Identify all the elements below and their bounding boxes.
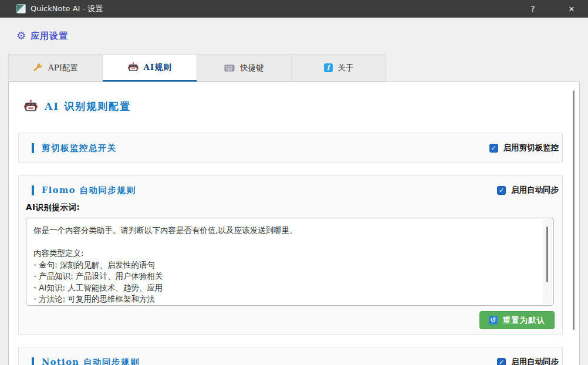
checkbox-label: 启用剪切板监控 <box>503 143 559 153</box>
reset-to-default-button[interactable]: ↺ 重置为默认 <box>479 311 555 329</box>
tab-shortcuts[interactable]: 快捷键 <box>197 54 292 82</box>
reset-icon: ↺ <box>489 316 498 325</box>
panel-title: AI 识别规则配置 <box>45 100 131 113</box>
settings-window: QuickNote AI - 设置 ? ✕ ⚙ 应用设置 API配置 <box>0 0 588 365</box>
close-button[interactable]: ✕ <box>555 0 588 18</box>
section-title-row: Flomo 自动同步规则 <box>32 185 136 196</box>
clipboard-monitor-toggle[interactable]: ✓ 启用剪切板监控 <box>489 143 559 153</box>
accent-bar <box>32 185 34 195</box>
robot-icon <box>128 62 138 73</box>
info-icon: i <box>324 63 333 72</box>
help-button[interactable]: ? <box>520 0 546 18</box>
checkbox-label: 启用自动同步 <box>511 357 559 365</box>
accent-bar <box>32 357 34 365</box>
tab-label: AI规则 <box>144 62 172 73</box>
section-title: Flomo 自动同步规则 <box>42 185 136 196</box>
keyboard-icon <box>224 64 235 72</box>
section-notion-sync: Notion 自动同步规则 ✓ 启用自动同步 <box>18 347 563 365</box>
checkbox-checked-icon[interactable]: ✓ <box>497 358 506 365</box>
tab-label: 快捷键 <box>240 63 264 73</box>
tab-label: API配置 <box>48 63 78 73</box>
textarea-scrollbar-thumb[interactable] <box>546 227 548 282</box>
section-title-row: 剪切板监控总开关 <box>32 143 117 154</box>
prompt-textarea-wrap: 你是一个内容分类助手。请判断以下内容是否有价值,以及应该发送到哪里。 内容类型定… <box>26 218 554 306</box>
section-flomo-sync: Flomo 自动同步规则 ✓ 启用自动同步 AI识别提示词: 你是一个内容分类助… <box>18 175 563 335</box>
panel-title-row: AI 识别规则配置 <box>24 99 131 114</box>
accent-bar <box>32 143 34 153</box>
checkbox-checked-icon[interactable]: ✓ <box>489 144 498 153</box>
tab-bar: API配置 AI规则 <box>8 54 386 82</box>
tab-about[interactable]: i 关于 <box>292 54 386 82</box>
panel-scrollbar-thumb[interactable] <box>573 90 575 330</box>
checkbox-checked-icon[interactable]: ✓ <box>497 186 506 195</box>
section-title: 剪切板监控总开关 <box>42 143 117 154</box>
page-title: 应用设置 <box>31 31 68 42</box>
reset-button-label: 重置为默认 <box>503 315 546 326</box>
robot-icon <box>24 100 38 113</box>
wrench-icon <box>33 63 43 73</box>
panel-scrollbar[interactable] <box>570 83 576 365</box>
tab-ai-rules[interactable]: AI规则 <box>103 54 197 82</box>
window-title: QuickNote AI - 设置 <box>31 0 103 18</box>
title-bar: QuickNote AI - 设置 ? ✕ <box>0 0 588 18</box>
ai-rules-panel: AI 识别规则配置 剪切板监控总开关 ✓ 启用剪切板监控 Flomo 自动同步规… <box>8 82 580 365</box>
gear-icon: ⚙ <box>16 31 26 41</box>
app-icon <box>16 4 26 13</box>
textarea-scrollbar[interactable] <box>543 219 552 304</box>
prompt-label: AI识别提示词: <box>26 202 80 213</box>
ai-prompt-textarea[interactable]: 你是一个内容分类助手。请判断以下内容是否有价值,以及应该发送到哪里。 内容类型定… <box>26 218 553 305</box>
section-title: Notion 自动同步规则 <box>42 357 140 365</box>
settings-header: ⚙ 应用设置 <box>16 28 68 43</box>
tab-api-config[interactable]: API配置 <box>8 54 103 82</box>
tab-label: 关于 <box>338 63 354 73</box>
section-clipboard-monitor: 剪切板监控总开关 ✓ 启用剪切板监控 <box>18 133 563 163</box>
notion-sync-toggle[interactable]: ✓ 启用自动同步 <box>497 357 559 365</box>
section-title-row: Notion 自动同步规则 <box>32 357 140 365</box>
flomo-sync-toggle[interactable]: ✓ 启用自动同步 <box>497 185 559 195</box>
checkbox-label: 启用自动同步 <box>511 185 559 195</box>
